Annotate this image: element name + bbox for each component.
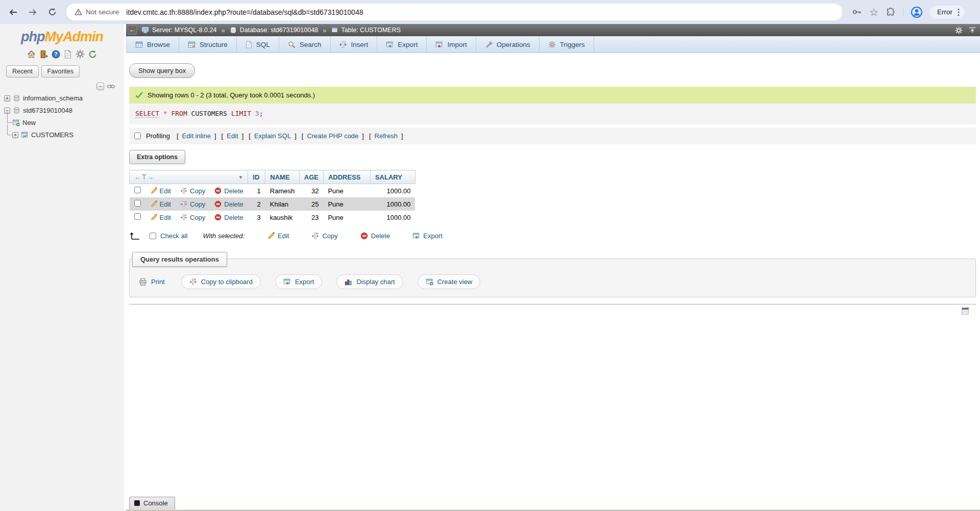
tab-search[interactable]: Search: [279, 36, 331, 53]
row-edit-link[interactable]: Edit: [150, 214, 171, 221]
column-header-salary[interactable]: SALARY: [370, 170, 415, 184]
cell-address: Pune: [323, 197, 370, 211]
explain-sql-link[interactable]: Explain SQL: [254, 132, 291, 140]
row-delete-link[interactable]: Delete: [214, 200, 243, 208]
extra-options-button[interactable]: Extra options: [129, 150, 185, 164]
profiling-checkbox[interactable]: [134, 133, 141, 139]
not-secure-chip[interactable]: Not secure: [75, 8, 119, 16]
profile-chip[interactable]: Error: [930, 6, 965, 19]
bulk-copy-button[interactable]: Copy: [311, 232, 337, 240]
tree-item-customers[interactable]: + CUSTOMERS: [12, 130, 124, 140]
edit-inline-link[interactable]: Edit inline: [182, 132, 211, 140]
breadcrumb-separator: »: [221, 27, 225, 34]
tab-sql[interactable]: SQL: [237, 36, 279, 53]
row-copy-link[interactable]: Copy: [180, 200, 205, 208]
row-checkbox[interactable]: [134, 213, 141, 220]
row-edit-link[interactable]: Edit: [150, 187, 171, 195]
tree-item-label[interactable]: std67319010048: [23, 107, 72, 114]
row-edit-link[interactable]: Edit: [150, 200, 171, 208]
bracket: ]: [360, 132, 365, 140]
favorite-tables-button[interactable]: Favorites: [41, 65, 80, 78]
table-tabs: Browse Structure SQL Search Insert Expor…: [126, 36, 980, 53]
home-icon[interactable]: [27, 50, 36, 59]
insert-icon: [339, 41, 347, 48]
help-icon[interactable]: ?: [52, 50, 60, 59]
profile-avatar-icon[interactable]: [911, 6, 923, 18]
cell-age: 25: [299, 197, 323, 211]
tab-insert[interactable]: Insert: [331, 36, 378, 53]
page-settings-gear-icon[interactable]: [955, 27, 963, 34]
text-flow-toggle-icon[interactable]: ←T→: [134, 173, 155, 181]
reload-navigation-icon[interactable]: [88, 50, 97, 59]
password-key-icon[interactable]: [851, 7, 862, 17]
navigation-back-button[interactable]: ←: [128, 25, 137, 35]
tab-export[interactable]: Export: [377, 36, 427, 53]
browser-forward-button[interactable]: [24, 4, 41, 20]
create-php-code-link[interactable]: Create PHP code: [307, 132, 358, 140]
tab-label: Browse: [147, 41, 170, 48]
profiling-bar: Profiling [Edit inline] [Edit] [Explain …: [129, 127, 976, 144]
breadcrumb-server[interactable]: Server: MYSQL-8.0.24: [141, 27, 216, 34]
column-header-age[interactable]: AGE: [299, 170, 323, 184]
check-all-checkbox[interactable]: [150, 233, 156, 239]
menu-kebab-icon[interactable]: [958, 8, 960, 16]
row-copy-link[interactable]: Copy: [180, 187, 205, 195]
breadcrumb-table[interactable]: Table: CUSTOMERS: [331, 27, 401, 34]
column-header-name[interactable]: NAME: [265, 170, 299, 184]
collapse-panel-icon[interactable]: [969, 27, 976, 34]
column-header-id[interactable]: ID: [248, 170, 265, 184]
copy-to-clipboard-button[interactable]: Copy to clipboard: [181, 274, 261, 289]
tab-browse[interactable]: Browse: [126, 36, 179, 53]
console-toggle[interactable]: Console: [129, 497, 175, 509]
row-checkbox[interactable]: [134, 200, 141, 207]
bulk-edit-button[interactable]: Edit: [267, 232, 289, 240]
row-checkbox[interactable]: [134, 187, 141, 193]
expand-icon[interactable]: +: [4, 95, 10, 101]
phpmyadmin-logo[interactable]: phpMyAdmin: [0, 29, 124, 45]
page-related-settings-icon[interactable]: [961, 306, 970, 315]
address-bar[interactable]: Not secure itdev.cmtc.ac.th:8888/index.p…: [66, 4, 842, 20]
delete-icon: [360, 232, 368, 240]
url-text[interactable]: itdev.cmtc.ac.th:8888/index.php?route=/d…: [126, 8, 363, 16]
collapse-all-button[interactable]: −: [96, 83, 104, 90]
column-options-icon[interactable]: ▼: [238, 174, 243, 180]
check-all-label[interactable]: Check all: [160, 232, 187, 240]
browser-back-button[interactable]: [5, 4, 21, 20]
tab-structure[interactable]: Structure: [179, 36, 237, 53]
breadcrumb-database[interactable]: Database: std67319010048: [230, 27, 318, 34]
browser-refresh-button[interactable]: [44, 4, 60, 20]
tree-item-label[interactable]: information_schema: [23, 94, 83, 102]
column-header-address[interactable]: ADDRESS: [323, 170, 370, 184]
create-view-button[interactable]: Create view: [418, 274, 481, 289]
link-with-main-panel-icon[interactable]: [107, 83, 115, 90]
row-copy-link[interactable]: Copy: [180, 214, 205, 221]
documentation-icon[interactable]: [64, 50, 72, 59]
tab-import[interactable]: Import: [427, 36, 476, 53]
bulk-delete-button[interactable]: Delete: [360, 232, 390, 240]
extensions-icon[interactable]: [886, 7, 896, 17]
bulk-export-button[interactable]: Export: [412, 232, 443, 240]
bracket: ]: [213, 132, 218, 140]
recent-tables-button[interactable]: Recent: [6, 65, 39, 78]
tree-item-label[interactable]: New: [22, 119, 36, 126]
display-chart-button[interactable]: Display chart: [336, 274, 403, 289]
row-delete-link[interactable]: Delete: [214, 187, 243, 195]
export-results-button[interactable]: Export: [275, 274, 323, 289]
edit-query-link[interactable]: Edit: [227, 132, 238, 140]
sql-keyword[interactable]: SELECT: [135, 110, 159, 118]
tree-item-label[interactable]: CUSTOMERS: [31, 131, 74, 139]
tab-triggers[interactable]: Triggers: [540, 36, 594, 53]
tree-item-database[interactable]: − std67319010048: [4, 106, 124, 115]
print-button[interactable]: Print: [137, 275, 167, 289]
tab-operations[interactable]: Operations: [476, 36, 540, 53]
logout-door-icon[interactable]: [39, 50, 48, 59]
tree-item-information-schema[interactable]: + information_schema: [4, 93, 124, 103]
logo-php-part: php: [21, 29, 44, 44]
refresh-link[interactable]: Refresh: [375, 132, 398, 140]
expand-icon[interactable]: +: [12, 132, 18, 138]
tree-item-new-table[interactable]: New: [12, 118, 124, 127]
bookmark-star-icon[interactable]: ☆: [869, 7, 878, 17]
settings-gear-icon[interactable]: [76, 49, 85, 59]
show-query-box-button[interactable]: Show query box: [129, 63, 195, 78]
row-delete-link[interactable]: Delete: [214, 214, 243, 221]
